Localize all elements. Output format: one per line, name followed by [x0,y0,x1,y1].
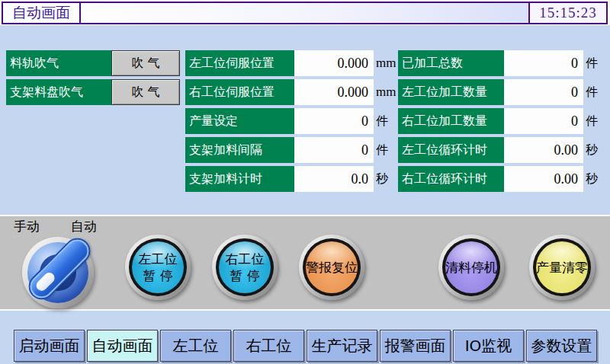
field-label: 产量设定 [185,108,294,134]
clear-material-stop-button[interactable]: 清料停机 [438,235,504,300]
button-label: 警报复位 [306,241,358,293]
button-label: 清料停机 [445,241,497,293]
field-row: 左工位加工数量 0 件 [398,79,598,105]
alarm-reset-button[interactable]: 警报复位 [299,235,364,300]
field-row: 右工位伺服位置 0.000 mm [185,79,396,105]
field-unit: mm [374,50,396,76]
auto-mode-label: 自动 [71,218,97,235]
button-label: 产量清零 [536,241,588,293]
field-unit: 件 [374,108,388,134]
header-bar: 自动画面 15:15:23 [0,0,610,25]
field-label: 左工位伺服位置 [185,50,294,76]
header-frame: 自动画面 15:15:23 [2,2,608,24]
nav-auto-screen[interactable]: 自动画面 [87,330,158,362]
left-servo-position-value[interactable]: 0.000 [294,50,374,76]
manual-mode-label: 手动 [14,218,40,235]
field-row: 已加工总数 0 件 [398,50,598,76]
field-row: 支架加料间隔 0 件 [185,137,388,163]
right-servo-position-value[interactable]: 0.000 [294,79,374,105]
total-processed-value[interactable]: 0 [504,50,583,76]
field-label: 右工位伺服位置 [185,79,294,105]
left-station-count-value[interactable]: 0 [504,79,583,105]
nav-io-monitor[interactable]: IO监视 [453,330,524,362]
field-unit: 件 [374,137,388,163]
lever-indicator-tip [34,270,57,293]
blow-row: 料轨吹气 吹 气 [6,50,180,76]
field-label: 右工位循环计时 [398,166,504,192]
tray-blow-button[interactable]: 吹 气 [111,79,180,105]
field-label: 支架加料计时 [185,166,294,192]
feeder-timer-value[interactable]: 0.0 [294,166,374,192]
nav-production-record[interactable]: 生产记录 [307,330,377,362]
button-label: 左工位 暂 停 [132,241,184,293]
field-row: 产量设定 0 件 [185,108,388,134]
field-unit: 秒 [583,137,598,163]
nav-alarm-screen[interactable]: 报警画面 [380,330,451,362]
field-unit: 件 [583,108,598,134]
nav-right-station[interactable]: 右工位 [233,330,304,362]
right-station-count-value[interactable]: 0 [504,108,583,134]
left-station-pause-button[interactable]: 左工位 暂 停 [125,235,191,300]
field-unit: 件 [583,50,598,76]
blow-row-label: 料轨吹气 [6,50,111,76]
page-title: 自动画面 [3,3,81,23]
field-label: 右工位加工数量 [398,108,504,134]
nav-left-station[interactable]: 左工位 [160,330,231,362]
production-clear-button[interactable]: 产量清零 [529,235,595,300]
feeder-interval-value[interactable]: 0 [294,137,374,163]
mode-rotary-switch[interactable] [22,237,94,308]
right-cycle-time-value[interactable]: 0.00 [504,166,583,192]
field-unit: 秒 [374,166,388,192]
field-row: 支架加料计时 0.0 秒 [185,166,388,192]
field-label: 左工位循环计时 [398,137,504,163]
field-row: 右工位循环计时 0.00 秒 [398,166,598,192]
blow-row-label: 支架料盘吹气 [6,79,111,105]
field-row: 左工位循环计时 0.00 秒 [398,137,598,163]
field-unit: 秒 [583,166,598,192]
nav-startup-screen[interactable]: 启动画面 [14,330,85,362]
nav-parameter-settings[interactable]: 参数设置 [526,330,597,362]
production-setpoint-value[interactable]: 0 [294,108,374,134]
field-row: 左工位伺服位置 0.000 mm [185,50,396,76]
header-spacer [81,3,530,23]
field-label: 左工位加工数量 [398,79,504,105]
blow-row: 支架料盘吹气 吹 气 [6,79,180,105]
bottom-nav-bar: 启动画面 自动画面 左工位 右工位 生产记录 报警画面 IO监视 参数设置 [14,330,597,362]
left-cycle-time-value[interactable]: 0.00 [504,137,583,163]
right-station-pause-button[interactable]: 右工位 暂 停 [212,235,278,300]
clock-display: 15:15:23 [530,3,606,23]
rail-blow-button[interactable]: 吹 气 [111,50,180,76]
field-row: 右工位加工数量 0 件 [398,108,598,134]
button-label: 右工位 暂 停 [219,241,271,293]
field-label: 已加工总数 [398,50,504,76]
field-unit: 件 [583,79,598,105]
field-unit: mm [374,79,396,105]
field-label: 支架加料间隔 [185,137,294,163]
